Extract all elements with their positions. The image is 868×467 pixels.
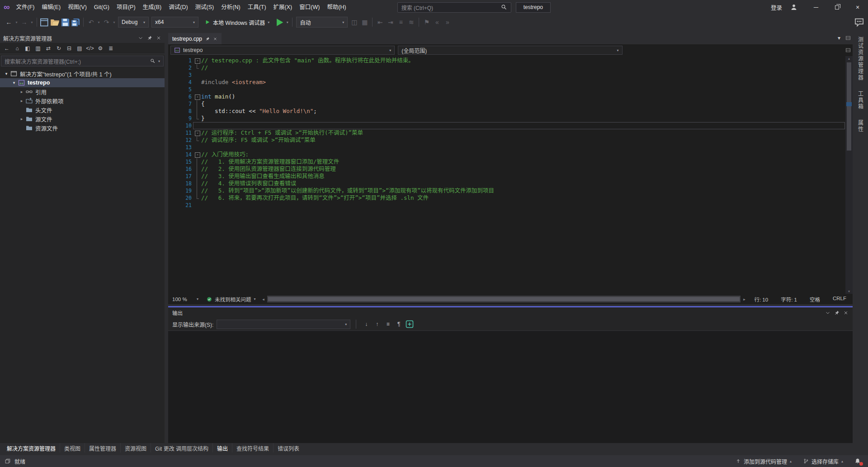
code-line[interactable]: 14// 入门使用技巧: (168, 151, 853, 158)
start-debugging-button[interactable]: 本地 Windows 调试器▾ (201, 17, 274, 28)
solution-configuration-combo[interactable]: Debug▾ (118, 17, 149, 28)
select-repository-button[interactable]: 选择存储库 ▴ (799, 455, 847, 467)
collapse-all-icon[interactable]: ⊟ (65, 44, 74, 53)
breakpoint-margin[interactable] (168, 64, 175, 71)
code-line[interactable]: 13 (168, 144, 853, 151)
window-position-icon[interactable] (825, 310, 830, 316)
window-position-icon[interactable] (138, 35, 143, 41)
bottom-dock-tab-0[interactable]: 调用层次结构 (172, 443, 213, 453)
fold-collapse-icon[interactable] (193, 151, 201, 158)
hot-reload-mode-combo[interactable]: 自动▾ (296, 17, 348, 28)
previous-message-icon[interactable]: ↑ (373, 320, 382, 329)
show-all-files-icon[interactable]: ▤ (75, 44, 84, 53)
code-editor[interactable]: 1// testrepo.cpp : 此文件包含 "main" 函数。程序执行将… (168, 56, 853, 294)
restore-button[interactable] (826, 0, 847, 14)
breakpoint-margin[interactable] (168, 187, 175, 194)
filter-icon[interactable]: ≣ (106, 44, 115, 53)
menu-item-6[interactable]: 调试(D) (165, 0, 191, 14)
active-documents-list-icon[interactable]: ▾ (836, 35, 842, 41)
scrollbar-thumb[interactable] (268, 297, 740, 301)
tree-item-folder[interactable]: 资源文件 (0, 123, 165, 132)
scrollbar-thumb[interactable] (847, 62, 851, 151)
line-indicator[interactable]: 行: 10 (748, 296, 774, 303)
home-icon[interactable]: ⌂ (13, 44, 22, 53)
search-options-caret-icon[interactable]: ▾ (158, 59, 160, 63)
line-ending-indicator[interactable]: CRLF (826, 296, 853, 303)
increase-indent-icon[interactable]: ⇥ (385, 17, 396, 28)
bottom-dock-tab-1[interactable]: 输出 (213, 443, 232, 453)
notifications-button[interactable] (851, 455, 864, 467)
pin-icon[interactable] (834, 310, 840, 316)
left-dock-tab-1[interactable]: 类视图 (60, 443, 85, 453)
toggle-bookmark-icon[interactable]: ⚑ (421, 17, 432, 28)
global-search-input[interactable]: 搜索 (Ctrl+Q) (397, 2, 511, 13)
undo-icon[interactable]: ↶ (86, 17, 96, 28)
toggle-word-wrap-icon[interactable]: ¶ (394, 320, 403, 329)
uncomment-selection-icon[interactable]: ≋ (406, 17, 416, 28)
zoom-dropdown[interactable]: 100 % ▾ (168, 294, 203, 304)
menu-item-2[interactable]: 视图(V) (64, 0, 90, 14)
tree-item-refs[interactable]: ▸引用 (0, 87, 165, 96)
tree-expander-icon[interactable]: ▸ (18, 117, 25, 121)
breakpoint-margin[interactable] (168, 129, 175, 137)
float-window-icon[interactable] (845, 35, 851, 41)
tree-expander-icon[interactable]: ▸ (18, 99, 25, 103)
pending-changes-filter-icon[interactable]: ▥ (33, 44, 42, 53)
user-profile-icon[interactable] (790, 4, 797, 11)
code-line[interactable]: 5 (168, 86, 853, 93)
tree-item-extdeps[interactable]: ▸外部依赖项 (0, 96, 165, 105)
menu-item-5[interactable]: 生成(B) (139, 0, 165, 14)
left-dock-tab-2[interactable]: 属性管理器 (85, 443, 121, 453)
scroll-down-icon[interactable]: ▾ (845, 289, 853, 293)
breakpoint-margin[interactable] (168, 79, 175, 86)
new-project-icon[interactable] (39, 17, 50, 28)
code-line[interactable]: 1// testrepo.cpp : 此文件包含 "main" 函数。程序执行将… (168, 57, 853, 64)
breakpoint-margin[interactable] (168, 165, 175, 173)
right-tool-tab-1[interactable]: 工具箱 (857, 91, 864, 110)
close-icon[interactable] (156, 35, 161, 41)
tree-item-folder[interactable]: ▸源文件 (0, 114, 165, 123)
pin-tab-icon[interactable] (205, 37, 210, 41)
scroll-up-icon[interactable]: ▴ (845, 57, 853, 61)
code-line[interactable]: 11// 运行程序: Ctrl + F5 或调试 >“开始执行(不调试)”菜单 (168, 129, 853, 137)
refresh-icon[interactable]: ↻ (54, 44, 63, 53)
undo-menu-icon[interactable]: ▾ (96, 17, 101, 28)
breakpoint-margin[interactable] (168, 108, 175, 115)
project-dropdown[interactable]: ++ testrepo ▾ (170, 46, 395, 55)
bottom-dock-tab-2[interactable]: 查找符号结果 (232, 443, 274, 453)
menu-item-10[interactable]: 扩展(X) (270, 0, 296, 14)
breakpoint-margin[interactable] (168, 137, 175, 144)
scroll-left-icon[interactable]: ◂ (260, 297, 267, 302)
scope-dropdown[interactable]: (全局范围) ▾ (398, 46, 622, 55)
breakpoint-margin[interactable] (168, 122, 175, 129)
breakpoint-margin[interactable] (168, 173, 175, 180)
properties-icon[interactable]: ⚙ (96, 44, 105, 53)
left-dock-tab-3[interactable]: 资源视图 (121, 443, 151, 453)
document-health-indicator[interactable]: 未找到相关问题 ▾ (203, 296, 260, 303)
spaces-indicator[interactable]: 空格 (803, 296, 826, 303)
tree-item-folder[interactable]: 头文件 (0, 105, 165, 114)
solution-explorer-search-input[interactable]: 搜索解决方案资源管理器(Ctrl+;) ▾ (1, 56, 164, 66)
menu-item-12[interactable]: 帮助(H) (323, 0, 349, 14)
bottom-dock-tab-3[interactable]: 错误列表 (274, 443, 303, 453)
redo-icon[interactable]: ↷ (101, 17, 112, 28)
previous-bookmark-icon[interactable]: « (432, 17, 442, 28)
code-line[interactable]: 6int main() (168, 93, 853, 100)
sign-in-button[interactable]: 登录 (766, 3, 787, 12)
menu-item-0[interactable]: 文件(F) (13, 0, 38, 14)
breakpoint-margin[interactable] (168, 158, 175, 165)
code-line[interactable]: 3 (168, 71, 853, 79)
left-dock-tab-0[interactable]: 解决方案资源管理器 (3, 443, 60, 453)
back-icon[interactable]: ← (2, 44, 11, 53)
save-icon[interactable] (60, 17, 71, 28)
breakpoint-margin[interactable] (168, 86, 175, 93)
code-view-icon[interactable]: </> (85, 44, 94, 53)
breakpoint-margin[interactable] (168, 115, 175, 122)
navigate-forward-icon[interactable]: → (19, 17, 29, 28)
output-content[interactable] (168, 331, 853, 443)
minimize-button[interactable]: ─ (806, 0, 826, 14)
tree-expander-icon[interactable]: ▾ (10, 80, 18, 85)
close-button[interactable]: × (847, 0, 868, 14)
open-file-icon[interactable] (50, 17, 60, 28)
decrease-indent-icon[interactable]: ⇤ (375, 17, 385, 28)
